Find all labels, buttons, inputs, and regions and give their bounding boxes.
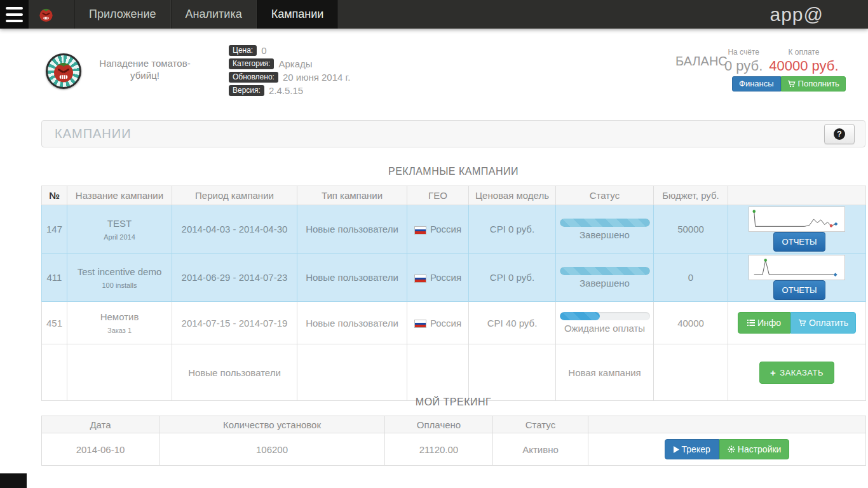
field-price: Цена: 0 (229, 45, 350, 56)
page: Приложение Аналитика Кампании app@ Напад… (0, 0, 868, 488)
campaign-name-cell: Test incentive demo 100 installs (67, 254, 172, 302)
table-row: 451 Немотив Заказ 1 2014-07-15 - 2014-07… (42, 302, 866, 344)
campaign-id: 451 (42, 302, 67, 344)
reports-button[interactable]: ОТЧЕТЫ (773, 232, 826, 252)
campaign-name: TEST (69, 218, 170, 229)
tab-application[interactable]: Приложение (74, 0, 171, 29)
col-header-actions (588, 416, 866, 433)
tab-campaigns[interactable]: Кампании (257, 0, 339, 29)
campaign-subname: 100 installs (69, 281, 170, 289)
tracker-button-label: Трекер (682, 444, 710, 454)
tomato-icon (51, 58, 76, 84)
topup-button-label: Пополнить (798, 79, 839, 88)
info-button[interactable]: Инфо (738, 312, 790, 334)
campaign-type: Новые пользователи (297, 205, 407, 254)
campaign-actions-cell: ОТЧЕТЫ (728, 205, 866, 254)
pay-button-label: Оплатить (809, 318, 848, 328)
balance-to-pay: К оплате 40000 руб. (769, 48, 838, 74)
help-button[interactable]: ? (824, 124, 855, 144)
campaign-id: 147 (42, 205, 67, 254)
campaigns-table: № Название кампании Период кампании Тип … (41, 186, 866, 401)
app-meta-fields: Цена: 0 Категория: Аркады Обновлено: 20 … (229, 45, 350, 98)
campaign-geo: Россия (430, 318, 461, 329)
field-category: Категория: Аркады (229, 58, 350, 69)
col-header-type: Тип кампании (297, 186, 407, 205)
field-value: 0 (261, 45, 266, 56)
campaign-status-cell: Завершено (556, 254, 654, 302)
campaigns-section-title: РЕКЛАМНЫЕ КАМПАНИИ (41, 166, 865, 177)
campaign-status: Завершено (560, 278, 650, 288)
to-pay-value: 40000 руб. (769, 58, 838, 74)
empty-cell (654, 344, 728, 401)
balance-buttons: Финансы Пополнить (732, 76, 846, 92)
on-account-value: 0 руб. (724, 58, 763, 74)
campaign-geo-cell: Россия (407, 205, 469, 254)
tracking-table: Дата Количество установок Оплачено Стату… (41, 416, 866, 466)
tracking-section-title: МОЙ ТРЕКИНГ (41, 396, 865, 408)
empty-cell (469, 344, 556, 401)
campaign-type: Новые пользователи (297, 302, 407, 344)
list-icon (747, 319, 755, 327)
col-header-budget: Бюджет, руб. (654, 186, 728, 205)
new-campaign-type: Новые пользователи (172, 344, 297, 401)
new-campaign-status: Новая кампания (556, 344, 654, 401)
col-header-status: Статус (556, 186, 654, 205)
tracking-paid: 21120.00 (385, 433, 493, 466)
campaign-type: Новые пользователи (297, 254, 407, 302)
field-label-badge: Категория: (229, 58, 274, 69)
table-header-row: Дата Количество установок Оплачено Стату… (42, 416, 866, 433)
campaign-subname: April 2014 (69, 233, 170, 241)
field-value: 20 июня 2014 г. (283, 72, 350, 83)
hamburger-menu-icon[interactable] (0, 0, 29, 29)
pay-button[interactable]: Оплатить (790, 312, 856, 334)
empty-cell (407, 344, 469, 401)
tracker-button[interactable]: Трекер (665, 439, 719, 459)
balance-title: БАЛАНС (675, 54, 728, 69)
campaign-price-model: CPI 0 руб. (469, 254, 556, 302)
field-label-badge: Цена: (229, 45, 257, 56)
campaign-status: Ожидание оплаты (560, 323, 650, 334)
progress-bar (560, 219, 650, 227)
russia-flag-icon (414, 320, 426, 328)
campaign-name: Test incentive demo (69, 266, 170, 277)
brand-logo[interactable]: app@ (770, 0, 824, 29)
progress-bar (560, 312, 650, 320)
order-button[interactable]: + ЗАКАЗАТЬ (759, 362, 834, 384)
nav-tabs: Приложение Аналитика Кампании (74, 0, 338, 29)
order-button-label: ЗАКАЗАТЬ (780, 368, 824, 377)
sparkline-chart (749, 255, 845, 280)
sparkline-chart (749, 207, 845, 232)
campaign-name: Немотив (69, 311, 170, 322)
topup-button[interactable]: Пополнить (781, 76, 846, 92)
field-value: Аркады (278, 58, 312, 69)
field-label-badge: Обновлено: (229, 72, 278, 83)
campaign-actions-cell: Инфо Оплатить (728, 302, 866, 344)
field-version: Версия: 2.4.5.15 (229, 85, 350, 96)
balance-summary: На счёте 0 руб. К оплате 40000 руб. (724, 48, 845, 74)
finances-button[interactable]: Финансы (732, 76, 781, 92)
empty-cell (297, 344, 407, 401)
table-row: 147 TEST April 2014 2014-04-03 - 2014-04… (42, 205, 866, 254)
col-header-paid: Оплачено (385, 416, 493, 433)
col-header-period: Период кампании (172, 186, 297, 205)
campaign-price-model: CPI 0 руб. (469, 205, 556, 254)
campaign-status: Завершено (560, 229, 650, 240)
campaign-budget: 0 (654, 254, 728, 302)
field-value: 2.4.5.15 (269, 85, 303, 96)
table-header-row: № Название кампании Период кампании Тип … (42, 186, 866, 205)
campaign-price-model: CPI 40 руб. (469, 302, 556, 344)
settings-button[interactable]: Настройки (719, 439, 790, 459)
field-label-badge: Версия: (229, 85, 264, 96)
col-header-status: Статус (493, 416, 588, 433)
sidebar-corner (0, 473, 27, 488)
tab-analytics[interactable]: Аналитика (171, 0, 257, 29)
app-tomato-icon[interactable] (29, 0, 63, 29)
col-header-actions (728, 186, 866, 205)
col-header-geo: ГЕО (407, 186, 469, 205)
campaign-geo: Россия (430, 224, 461, 234)
campaign-period: 2014-07-15 - 2014-07-19 (172, 302, 297, 344)
reports-button[interactable]: ОТЧЕТЫ (773, 280, 826, 300)
tracking-status: Активно (493, 433, 588, 466)
russia-flag-icon (414, 274, 426, 283)
campaign-id: 411 (42, 254, 67, 302)
